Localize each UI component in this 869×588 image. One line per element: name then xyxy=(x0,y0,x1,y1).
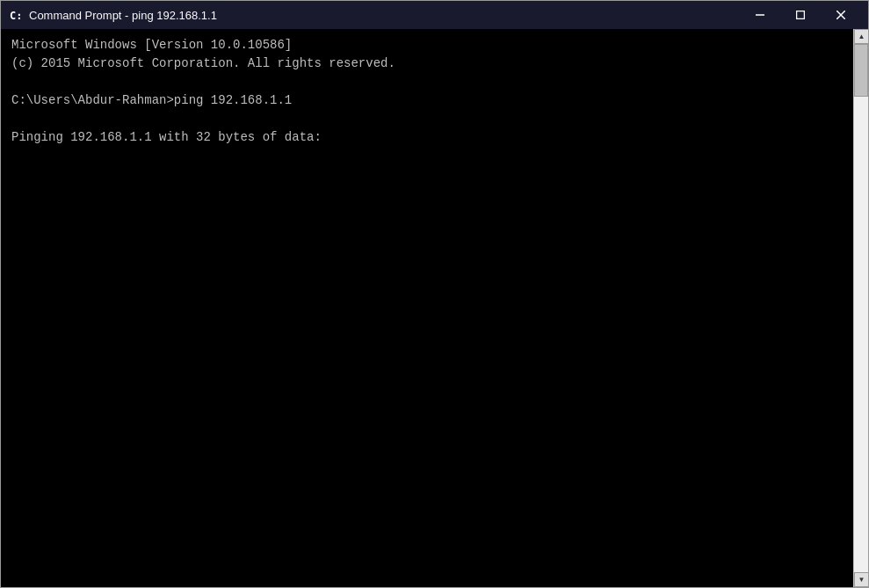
minimize-button[interactable] xyxy=(740,1,780,29)
close-button[interactable] xyxy=(821,1,861,29)
cmd-window: C: Command Prompt - ping 192.168.1.1 xyxy=(0,0,869,588)
console-area: Microsoft Windows [Version 10.0.10586] (… xyxy=(1,29,868,587)
console-text: Microsoft Windows [Version 10.0.10586] (… xyxy=(11,36,843,587)
scrollbar-up-arrow[interactable]: ▲ xyxy=(854,29,868,44)
window-title: Command Prompt - ping 192.168.1.1 xyxy=(29,9,740,22)
console-content[interactable]: Microsoft Windows [Version 10.0.10586] (… xyxy=(1,29,853,587)
window-controls xyxy=(740,1,861,29)
svg-rect-3 xyxy=(797,11,805,19)
maximize-button[interactable] xyxy=(780,1,821,29)
scrollbar[interactable]: ▲ ▼ xyxy=(853,29,868,587)
svg-text:C:: C: xyxy=(10,10,22,22)
cmd-icon: C: xyxy=(8,7,24,23)
scrollbar-track[interactable] xyxy=(854,44,868,572)
titlebar: C: Command Prompt - ping 192.168.1.1 xyxy=(1,1,868,29)
scrollbar-thumb[interactable] xyxy=(854,44,868,97)
scrollbar-down-arrow[interactable]: ▼ xyxy=(854,572,868,587)
